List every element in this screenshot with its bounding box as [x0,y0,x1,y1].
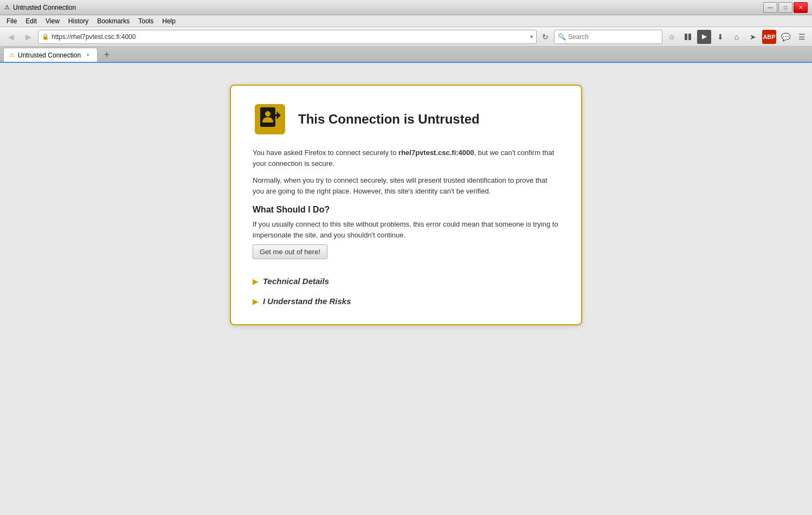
send-icon[interactable]: ➤ [746,30,760,44]
close-button[interactable]: ✕ [794,2,808,13]
tab-warning-icon: ⚠ [9,52,15,59]
lock-icon: 🔒 [42,33,49,40]
tab-title: Untrusted Connection [18,52,81,59]
profile-icon[interactable]: ABP [762,30,776,44]
intro-paragraph-1: You have asked Firefox to connect secure… [253,147,559,169]
title-bar-content: ⚠ Untrusted Connection [4,4,763,11]
svg-rect-0 [685,34,687,40]
error-body: You have asked Firefox to connect secure… [253,147,559,196]
nav-bar: ◀ ▶ 🔒 ▾ ↻ 🔍 ☆ ▶ ⬇ ⌂ ➤ ABP 💬 ☰ [0,27,812,47]
svg-rect-1 [688,34,691,40]
menu-tools[interactable]: Tools [134,16,158,26]
title-bar: ⚠ Untrusted Connection — □ ✕ [0,0,812,15]
url-input[interactable] [51,33,528,41]
understand-risks-header[interactable]: ▶ I Understand the Risks [253,294,559,308]
search-bar: 🔍 [554,30,662,44]
get-out-button[interactable]: Get me out of here! [253,244,327,259]
page-content: This Connection is Untrusted You have as… [0,63,812,515]
toolbar-icons: ☆ ▶ ⬇ ⌂ ➤ ABP 💬 ☰ [665,30,809,44]
minimize-button[interactable]: — [763,2,777,13]
address-bar: 🔒 ▾ [38,30,537,44]
menu-view[interactable]: View [41,16,64,26]
tab-bar: ⚠ Untrusted Connection × + [0,47,812,63]
address-dropdown-button[interactable]: ▾ [530,34,533,40]
technical-details-section: ▶ Technical Details [253,274,559,288]
menu-history[interactable]: History [64,16,93,26]
understand-risks-arrow-icon: ▶ [253,297,259,306]
understand-risks-section: ▶ I Understand the Risks [253,294,559,308]
what-body: If you usually connect to this site with… [253,219,559,240]
new-tab-button[interactable]: + [100,48,114,62]
reload-button[interactable]: ↻ [539,30,552,43]
what-section-title: What Should I Do? [253,205,559,215]
technical-details-label: Technical Details [263,276,329,286]
untrusted-connection-icon [253,102,287,137]
active-tab[interactable]: ⚠ Untrusted Connection × [3,48,98,62]
error-header: This Connection is Untrusted [253,102,559,137]
title-bar-icon: ⚠ [4,4,10,11]
search-icon: 🔍 [558,33,566,41]
window-title: Untrusted Connection [13,4,76,11]
search-input[interactable] [568,33,659,41]
maximize-button[interactable]: □ [778,2,792,13]
back-button[interactable]: ◀ [3,30,18,44]
download-icon[interactable]: ⬇ [713,30,727,44]
menu-help[interactable]: Help [158,16,180,26]
pocket-icon[interactable]: ▶ [697,30,711,44]
bookmark-icon[interactable]: ☆ [665,30,679,44]
technical-details-arrow-icon: ▶ [253,277,259,286]
menu-bar: File Edit View History Bookmarks Tools H… [0,15,812,27]
menu-edit[interactable]: Edit [21,16,41,26]
tab-close-button[interactable]: × [84,52,92,59]
error-card: This Connection is Untrusted You have as… [230,85,582,325]
forward-button[interactable]: ▶ [21,30,36,44]
window-controls: — □ ✕ [763,2,808,13]
technical-details-header[interactable]: ▶ Technical Details [253,274,559,288]
menu-bookmarks[interactable]: Bookmarks [93,16,134,26]
intro-paragraph-2: Normally, when you try to connect secure… [253,175,559,196]
hostname: rhel7pvtest.csc.fi:4000 [398,149,474,157]
understand-risks-label: I Understand the Risks [263,297,351,306]
reader-mode-icon[interactable] [681,30,695,44]
intro-before: You have asked Firefox to connect secure… [253,149,398,157]
chat-icon[interactable]: 💬 [778,30,792,44]
home-icon[interactable]: ⌂ [730,30,744,44]
hamburger-menu-icon[interactable]: ☰ [795,30,809,44]
menu-file[interactable]: File [2,16,21,26]
svg-point-4 [265,111,270,117]
error-title: This Connection is Untrusted [298,112,480,127]
